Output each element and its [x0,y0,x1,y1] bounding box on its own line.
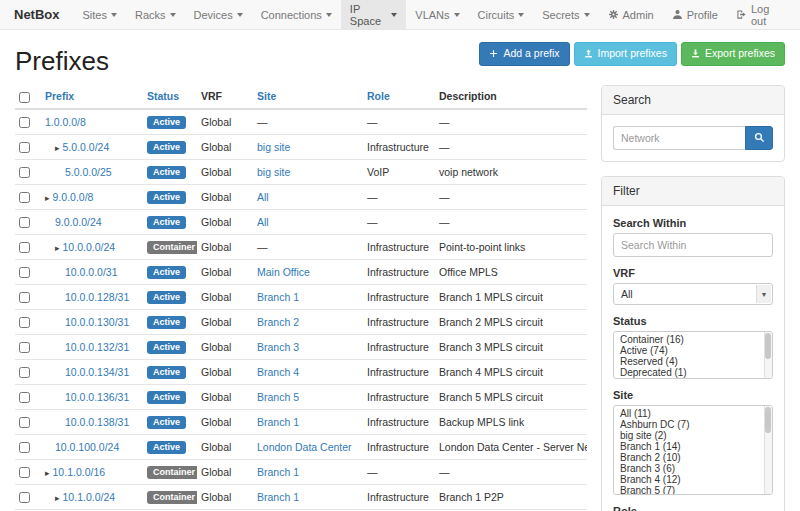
nav-item-log-out[interactable]: Log out [727,0,794,29]
scrollbar-thumb[interactable] [765,333,771,359]
listbox-option[interactable]: Ashburn DC (7) [614,419,772,430]
listbox-option[interactable]: Branch 4 (12) [614,474,772,485]
select-all-checkbox[interactable] [19,92,30,103]
listbox-option[interactable]: Container (16) [614,334,772,345]
filter-input-search-within[interactable] [613,233,773,257]
row-checkbox[interactable] [19,242,30,253]
listbox-option[interactable]: Branch 5 (7) [614,485,772,495]
row-checkbox[interactable] [19,342,30,353]
listbox-option[interactable]: Deprecated (1) [614,367,772,378]
prefix-cell: ▸10.0.0.0/24 [41,234,143,259]
site-link[interactable]: Branch 1 [257,416,299,428]
prefix-link[interactable]: 10.0.0.128/31 [65,291,129,303]
prefix-link[interactable]: 10.0.0.138/31 [65,416,129,428]
row-checkbox[interactable] [19,492,30,503]
filter-listbox-site[interactable]: All (11)Ashburn DC (7)big site (2)Branch… [613,405,773,495]
chevron-down-icon [326,13,332,17]
site-cell: Branch 3 [253,334,363,359]
row-checkbox[interactable] [19,142,30,153]
nav-item-sites[interactable]: Sites [74,0,126,29]
scrollbar-track[interactable] [764,332,772,378]
listbox-option[interactable]: Branch 2 (10) [614,452,772,463]
row-checkbox[interactable] [19,317,30,328]
table-row: 10.0.0.134/31ActiveGlobalBranch 4Infrast… [15,359,587,384]
site-link[interactable]: big site [257,141,290,153]
prefix-link[interactable]: 10.0.0.132/31 [65,341,129,353]
prefix-link[interactable]: 5.0.0.0/25 [65,166,112,178]
nav-item-circuits[interactable]: Circuits [469,0,534,29]
nav-item-racks[interactable]: Racks [126,0,185,29]
site-link[interactable]: London Data Center [257,441,352,453]
row-checkbox[interactable] [19,267,30,278]
listbox-option[interactable]: Active (74) [614,345,772,356]
row-select-cell [15,409,41,434]
add-a-prefix-button[interactable]: Add a prefix [479,42,569,66]
row-checkbox[interactable] [19,392,30,403]
nav-item-admin[interactable]: Admin [599,0,663,29]
site-link[interactable]: big site [257,166,290,178]
prefix-link[interactable]: 10.0.0.134/31 [65,366,129,378]
export-prefixes-button[interactable]: Export prefixes [681,42,785,66]
column-header-vrf: VRF [197,85,253,109]
site-link[interactable]: Branch 2 [257,316,299,328]
column-header-site[interactable]: Site [253,85,363,109]
prefix-link[interactable]: 10.1.0.0/24 [63,491,116,503]
button-label: Add a prefix [503,47,559,61]
row-checkbox[interactable] [19,467,30,478]
nav-item-profile[interactable]: Profile [663,0,727,29]
row-checkbox[interactable] [19,292,30,303]
vrf-cell: Global [197,434,253,459]
column-header-role[interactable]: Role [363,85,435,109]
import-prefixes-button[interactable]: Import prefixes [574,42,677,66]
prefix-link[interactable]: 10.0.0.0/31 [65,266,118,278]
row-checkbox[interactable] [19,217,30,228]
filter-listbox-status[interactable]: Container (16)Active (74)Reserved (4)Dep… [613,331,773,379]
site-link[interactable]: Branch 4 [257,366,299,378]
nav-item-ip-space[interactable]: IP Space [341,0,406,29]
row-checkbox[interactable] [19,192,30,203]
row-checkbox[interactable] [19,167,30,178]
listbox-option[interactable]: Branch 1 (14) [614,441,772,452]
prefix-link[interactable]: 10.1.0.0/16 [53,466,106,478]
site-link[interactable]: Branch 3 [257,341,299,353]
status-cell: Active [143,434,197,459]
prefix-link[interactable]: 9.0.0.0/8 [53,191,94,203]
nav-item-secrets[interactable]: Secrets [533,0,598,29]
column-header-prefix[interactable]: Prefix [41,85,143,109]
prefix-link[interactable]: 10.0.0.0/24 [63,241,116,253]
row-checkbox[interactable] [19,417,30,428]
nav-item-devices[interactable]: Devices [185,0,252,29]
status-badge: Active [147,216,186,229]
scrollbar-thumb[interactable] [765,407,771,433]
prefix-link[interactable]: 10.0.0.136/31 [65,391,129,403]
row-select-cell [15,309,41,334]
row-checkbox[interactable] [19,442,30,453]
listbox-option[interactable]: Branch 3 (6) [614,463,772,474]
site-link[interactable]: All [257,216,269,228]
scrollbar-track[interactable] [764,406,772,494]
search-input[interactable] [613,126,745,150]
prefix-link[interactable]: 10.0.100.0/24 [55,441,119,453]
site-link[interactable]: Branch 5 [257,391,299,403]
brand[interactable]: NetBox [0,0,74,29]
search-button[interactable] [745,126,773,150]
listbox-option[interactable]: All (11) [614,408,772,419]
column-header-status[interactable]: Status [143,85,197,109]
prefix-link[interactable]: 9.0.0.0/24 [55,216,102,228]
listbox-option[interactable]: Reserved (4) [614,356,772,367]
row-checkbox[interactable] [19,367,30,378]
row-checkbox[interactable] [19,117,30,128]
listbox-option[interactable]: big site (2) [614,430,772,441]
site-link[interactable]: Main Office [257,266,310,278]
filter-select-vrf[interactable]: All▾ [613,283,773,305]
prefix-link[interactable]: 10.0.0.130/31 [65,316,129,328]
nav-item-connections[interactable]: Connections [252,0,341,29]
site-cell: All [253,209,363,234]
site-link[interactable]: Branch 1 [257,491,299,503]
nav-item-vlans[interactable]: VLANs [406,0,468,29]
site-link[interactable]: All [257,191,269,203]
prefix-link[interactable]: 1.0.0.0/8 [45,116,86,128]
site-link[interactable]: Branch 1 [257,291,299,303]
site-link[interactable]: Branch 1 [257,466,299,478]
prefix-link[interactable]: 5.0.0.0/24 [63,141,110,153]
